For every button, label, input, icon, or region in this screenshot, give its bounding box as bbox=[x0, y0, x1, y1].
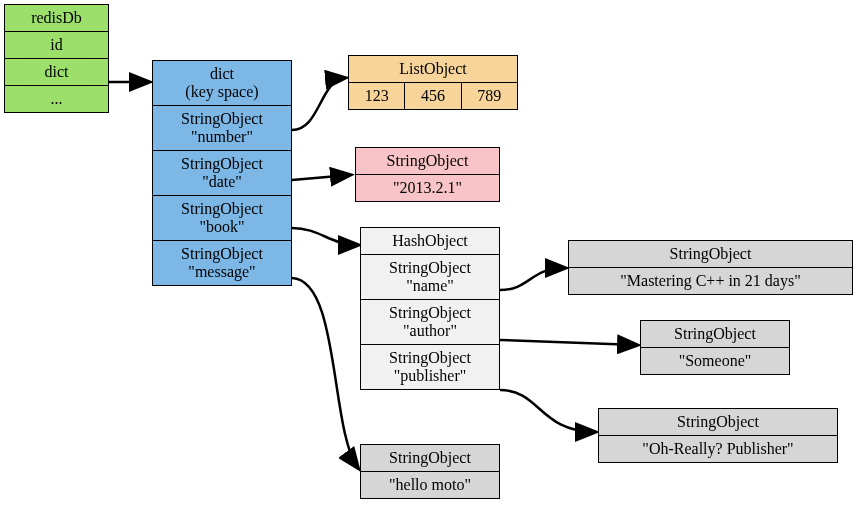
list-value-2: 456 bbox=[405, 83, 461, 109]
hash-title: HashObject bbox=[361, 228, 499, 255]
dict-key-date: StringObject "date" bbox=[153, 151, 291, 196]
redisdb-title: redisDb bbox=[5, 5, 108, 32]
name-value-title: StringObject bbox=[569, 241, 852, 268]
dict-title: dict (key space) bbox=[153, 61, 291, 106]
redisdb-id: id bbox=[5, 32, 108, 59]
date-string-value: "2013.2.1" bbox=[356, 175, 499, 201]
dict-key-message: StringObject "message" bbox=[153, 241, 291, 285]
name-value-value: "Mastering C++ in 21 days" bbox=[569, 268, 852, 294]
redisdb-dict: dict bbox=[5, 59, 108, 86]
publisher-value-value: "Oh-Really? Publisher" bbox=[599, 436, 837, 462]
author-value-node: StringObject "Someone" bbox=[640, 320, 790, 375]
dict-node: dict (key space) StringObject "number" S… bbox=[152, 60, 292, 286]
date-string-title: StringObject bbox=[356, 148, 499, 175]
date-string-node: StringObject "2013.2.1" bbox=[355, 147, 500, 202]
author-value-value: "Someone" bbox=[641, 348, 789, 374]
message-string-node: StringObject "hello moto" bbox=[360, 444, 500, 499]
hash-field-author: StringObject "author" bbox=[361, 300, 499, 345]
hash-field-name: StringObject "name" bbox=[361, 255, 499, 300]
list-value-1: 123 bbox=[349, 83, 405, 109]
message-string-value: "hello moto" bbox=[361, 472, 499, 498]
list-node: ListObject 123 456 789 bbox=[348, 55, 518, 110]
message-string-title: StringObject bbox=[361, 445, 499, 472]
publisher-value-node: StringObject "Oh-Really? Publisher" bbox=[598, 408, 838, 463]
publisher-value-title: StringObject bbox=[599, 409, 837, 436]
hash-node: HashObject StringObject "name" StringObj… bbox=[360, 227, 500, 390]
hash-field-publisher: StringObject "publisher" bbox=[361, 345, 499, 389]
dict-key-book: StringObject "book" bbox=[153, 196, 291, 241]
name-value-node: StringObject "Mastering C++ in 21 days" bbox=[568, 240, 853, 295]
list-value-3: 789 bbox=[462, 83, 517, 109]
list-title: ListObject bbox=[349, 56, 517, 83]
author-value-title: StringObject bbox=[641, 321, 789, 348]
redisdb-node: redisDb id dict ... bbox=[4, 4, 109, 113]
dict-key-number: StringObject "number" bbox=[153, 106, 291, 151]
redisdb-more: ... bbox=[5, 86, 108, 112]
